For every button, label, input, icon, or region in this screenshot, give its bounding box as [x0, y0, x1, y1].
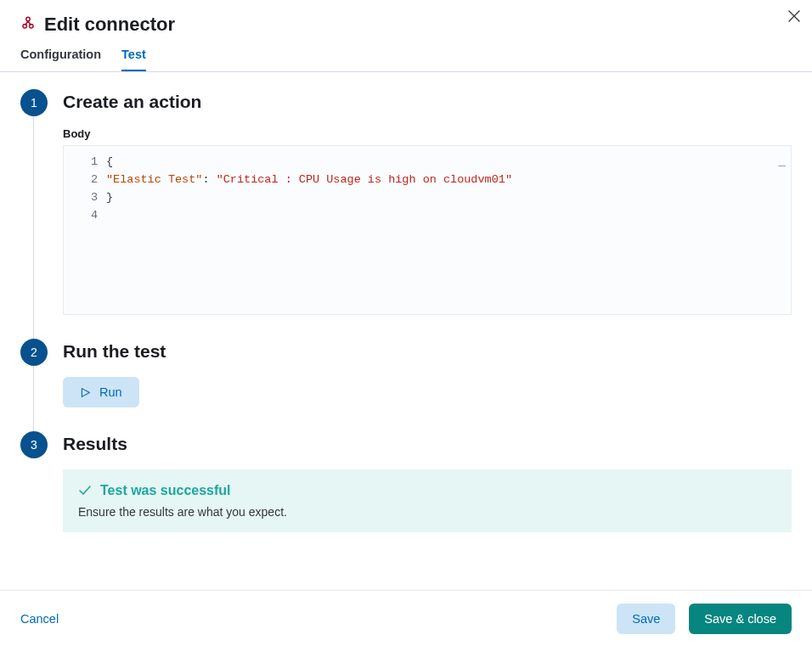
code-gutter: 1 2 3 4	[64, 146, 106, 314]
run-button[interactable]: Run	[63, 377, 139, 407]
save-close-button[interactable]: Save & close	[689, 604, 792, 634]
close-button[interactable]	[788, 10, 800, 25]
cancel-button[interactable]: Cancel	[20, 612, 59, 626]
step-connector-line	[33, 364, 34, 440]
run-button-label: Run	[99, 385, 122, 399]
success-callout: Test was successful Ensure the results a…	[63, 469, 792, 532]
save-button[interactable]: Save	[617, 604, 675, 634]
step-connector-line	[33, 115, 34, 347]
step-3-badge: 3	[20, 431, 48, 458]
tabs: Configuration Test	[0, 36, 812, 72]
webhook-icon	[20, 15, 36, 34]
code-colon: :	[202, 173, 216, 186]
step-1: 1 Create an action Body 1 2 3 4 { "Elast…	[20, 89, 792, 339]
step-1-badge: 1	[20, 89, 48, 116]
body-code-editor[interactable]: 1 2 3 4 { "Elastic Test": "Critical : CP…	[63, 145, 792, 315]
tab-configuration[interactable]: Configuration	[20, 48, 101, 71]
step-1-title: Create an action	[63, 92, 792, 112]
tab-test[interactable]: Test	[121, 48, 146, 71]
step-3: 3 Results Test was successful Ensure the…	[20, 431, 792, 556]
gutter-line: 1	[64, 153, 98, 171]
check-icon	[78, 484, 92, 497]
step-2-title: Run the test	[63, 341, 792, 362]
content-area: 1 Create an action Body 1 2 3 4 { "Elast…	[0, 72, 812, 588]
step-2: 2 Run the test Run	[20, 339, 792, 431]
gutter-line: 2	[64, 171, 98, 188]
code-value: "Critical : CPU Usage is high on cloudvm…	[217, 173, 512, 186]
gutter-line: 4	[64, 206, 98, 224]
step-2-badge: 2	[20, 339, 48, 366]
callout-description: Ensure the results are what you expect.	[78, 505, 776, 519]
modal-header: Edit connector	[0, 0, 812, 36]
modal-footer: Cancel Save Save & close	[0, 590, 812, 646]
body-label: Body	[63, 127, 792, 140]
modal-title: Edit connector	[44, 14, 175, 36]
code-text[interactable]: { "Elastic Test": "Critical : CPU Usage …	[106, 146, 512, 314]
code-brace: {	[106, 155, 113, 168]
callout-title-text: Test was successful	[100, 483, 231, 498]
play-icon	[80, 387, 91, 398]
gutter-line: 3	[64, 188, 98, 206]
code-brace: }	[106, 191, 113, 204]
step-3-title: Results	[63, 434, 792, 454]
fold-handle-icon[interactable]: —	[779, 160, 786, 171]
code-key: "Elastic Test"	[106, 173, 202, 186]
